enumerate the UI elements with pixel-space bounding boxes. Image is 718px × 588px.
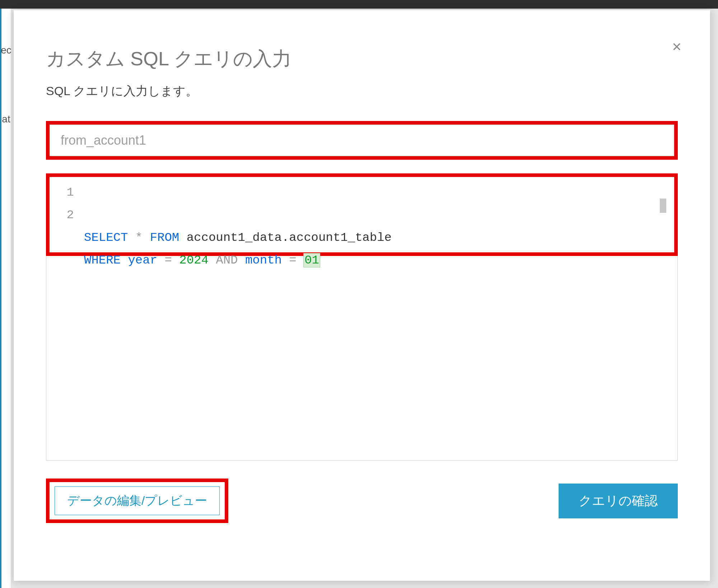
background-sidebar: ec at bbox=[0, 9, 11, 588]
scrollbar-thumb[interactable] bbox=[660, 199, 666, 213]
code-token: account1_data.account1_table bbox=[187, 231, 392, 244]
code-token: year bbox=[128, 253, 164, 267]
sql-editor[interactable]: 12 SELECT * FROM account1_data.account1_… bbox=[50, 177, 674, 252]
code-token: = bbox=[289, 253, 304, 267]
line-number: 2 bbox=[50, 204, 74, 227]
custom-sql-modal: × カスタム SQL クエリの入力 SQL クエリに入力します。 12 SELE… bbox=[14, 10, 710, 581]
code-token: AND bbox=[216, 253, 245, 267]
edit-preview-highlight: データの編集/プレビュー bbox=[46, 479, 228, 523]
name-input-highlight bbox=[46, 121, 678, 160]
code-token: FROM bbox=[150, 231, 187, 244]
app-topbar bbox=[0, 0, 718, 9]
query-name-input[interactable] bbox=[50, 125, 674, 156]
code-token: WHERE bbox=[84, 253, 128, 267]
modal-subtitle: SQL クエリに入力します。 bbox=[46, 83, 678, 99]
code-token: 2024 bbox=[179, 253, 216, 267]
code-body[interactable]: SELECT * FROM account1_data.account1_tab… bbox=[80, 177, 674, 252]
code-line[interactable]: WHERE year = 2024 AND month = 01 bbox=[84, 249, 667, 272]
confirm-query-button[interactable]: クエリの確認 bbox=[559, 484, 678, 518]
line-number: 1 bbox=[50, 181, 74, 204]
bg-fragment: ec bbox=[1, 45, 11, 56]
sql-editor-highlight: 12 SELECT * FROM account1_data.account1_… bbox=[46, 173, 678, 256]
code-token: SELECT bbox=[84, 231, 135, 244]
modal-footer: データの編集/プレビュー クエリの確認 bbox=[46, 479, 678, 523]
modal-title: カスタム SQL クエリの入力 bbox=[46, 46, 678, 72]
code-token: * bbox=[135, 231, 150, 244]
close-icon[interactable]: × bbox=[672, 39, 681, 55]
code-line[interactable]: SELECT * FROM account1_data.account1_tab… bbox=[84, 227, 667, 249]
edit-preview-button[interactable]: データの編集/プレビュー bbox=[55, 486, 220, 515]
code-token: 01 bbox=[304, 253, 320, 267]
line-gutter: 12 bbox=[50, 177, 80, 252]
code-token: = bbox=[164, 253, 179, 267]
code-token: month bbox=[245, 253, 289, 267]
bg-fragment: at bbox=[2, 113, 10, 125]
